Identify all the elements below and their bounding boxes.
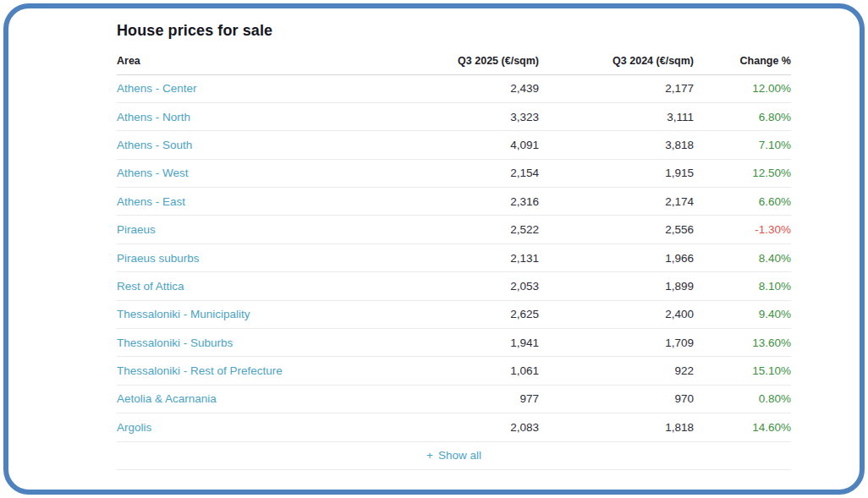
q3-2025-value: 3,323 <box>404 102 539 130</box>
plus-icon: + <box>426 449 433 462</box>
q3-2024-value: 970 <box>539 385 694 413</box>
area-cell: Athens - West <box>117 159 404 187</box>
area-cell: Piraeus <box>117 216 404 244</box>
area-link[interactable]: Thessaloniki - Rest of Prefecture <box>117 364 283 377</box>
q3-2025-value: 1,061 <box>404 357 539 385</box>
q3-2025-value: 2,131 <box>404 244 539 271</box>
q3-2025-value: 1,941 <box>404 329 539 357</box>
area-cell: Athens - Center <box>117 74 404 102</box>
area-cell: Piraeus suburbs <box>117 244 404 271</box>
area-link[interactable]: Thessaloniki - Municipality <box>117 308 250 320</box>
area-link[interactable]: Aetolia & Acarnania <box>117 392 217 405</box>
q3-2024-value: 1,899 <box>539 272 694 300</box>
q3-2024-value: 3,818 <box>539 131 694 159</box>
q3-2025-value: 977 <box>404 385 539 413</box>
q3-2024-value: 2,556 <box>539 216 694 244</box>
area-cell: Athens - North <box>117 102 404 130</box>
area-link[interactable]: Piraeus suburbs <box>117 252 200 265</box>
table-row: Athens - South 4,091 3,818 7.10% <box>117 131 791 159</box>
table-row: Piraeus 2,522 2,556 -1.30% <box>117 216 791 244</box>
q3-2025-value: 2,083 <box>404 413 539 441</box>
show-all-button[interactable]: +Show all <box>426 449 481 462</box>
q3-2025-value: 2,316 <box>404 188 539 216</box>
table-row: Argolis 2,083 1,818 14.60% <box>117 413 791 441</box>
change-value: 12.50% <box>694 159 791 187</box>
q3-2025-value: 2,439 <box>404 74 539 102</box>
area-link[interactable]: Athens - South <box>117 139 192 151</box>
area-cell: Athens - South <box>117 131 404 159</box>
change-value: 7.10% <box>694 131 791 159</box>
q3-2024-value: 2,174 <box>539 188 694 216</box>
page-title: House prices for sale <box>117 21 860 40</box>
q3-2024-value: 1,818 <box>539 413 694 441</box>
column-header-q3-2024: Q3 2024 (€/sqm) <box>539 40 694 74</box>
q3-2025-value: 2,154 <box>404 159 539 187</box>
area-link[interactable]: Athens - East <box>117 195 185 208</box>
area-cell: Aetolia & Acarnania <box>117 385 404 413</box>
q3-2025-value: 4,091 <box>404 131 539 159</box>
q3-2024-value: 1,966 <box>539 244 694 271</box>
change-value: 8.10% <box>694 272 791 300</box>
q3-2024-value: 1,915 <box>539 159 694 187</box>
table-row: Thessaloniki - Rest of Prefecture 1,061 … <box>117 357 791 385</box>
table-row: Athens - Center 2,439 2,177 12.00% <box>117 74 791 102</box>
area-cell: Thessaloniki - Rest of Prefecture <box>117 357 404 385</box>
change-value: -1.30% <box>694 216 791 244</box>
area-link[interactable]: Thessaloniki - Suburbs <box>117 337 233 349</box>
q3-2025-value: 2,053 <box>404 272 539 300</box>
area-cell: Athens - East <box>117 188 404 216</box>
area-cell: Thessaloniki - Suburbs <box>117 329 404 357</box>
change-value: 0.80% <box>694 385 791 413</box>
table-row: Thessaloniki - Suburbs 1,941 1,709 13.60… <box>117 329 791 357</box>
area-cell: Rest of Attica <box>117 272 404 300</box>
q3-2025-value: 2,625 <box>404 300 539 328</box>
change-value: 8.40% <box>694 244 791 271</box>
table-row: Aetolia & Acarnania 977 970 0.80% <box>117 385 791 413</box>
card-content: House prices for sale Area Q3 2025 (€/sq… <box>8 8 860 470</box>
table-row: Piraeus suburbs 2,131 1,966 8.40% <box>117 244 791 271</box>
table-header-row: Area Q3 2025 (€/sqm) Q3 2024 (€/sqm) Cha… <box>117 40 791 74</box>
table-row: Thessaloniki - Municipality 2,625 2,400 … <box>117 300 791 328</box>
q3-2024-value: 2,177 <box>539 74 694 102</box>
q3-2024-value: 922 <box>539 357 694 385</box>
q3-2024-value: 2,400 <box>539 300 694 328</box>
area-link[interactable]: Athens - Center <box>117 82 197 95</box>
q3-2024-value: 3,111 <box>539 102 694 130</box>
area-cell: Argolis <box>117 413 404 441</box>
change-value: 6.60% <box>694 188 791 216</box>
house-prices-card: House prices for sale Area Q3 2025 (€/sq… <box>3 3 865 495</box>
show-all-row: +Show all <box>117 441 791 469</box>
house-prices-table: Area Q3 2025 (€/sqm) Q3 2024 (€/sqm) Cha… <box>117 40 791 470</box>
change-value: 12.00% <box>694 74 791 102</box>
area-link[interactable]: Athens - North <box>117 111 190 123</box>
change-value: 15.10% <box>694 357 791 385</box>
column-header-area: Area <box>117 40 404 74</box>
q3-2025-value: 2,522 <box>404 216 539 244</box>
show-all-label: Show all <box>438 449 481 462</box>
q3-2024-value: 1,709 <box>539 329 694 357</box>
area-link[interactable]: Athens - West <box>117 167 189 179</box>
change-value: 6.80% <box>694 102 791 130</box>
table-row: Athens - West 2,154 1,915 12.50% <box>117 159 791 187</box>
area-link[interactable]: Piraeus <box>117 223 156 236</box>
area-link[interactable]: Rest of Attica <box>117 280 184 293</box>
table-row: Athens - East 2,316 2,174 6.60% <box>117 188 791 216</box>
column-header-change: Change % <box>694 40 791 74</box>
change-value: 13.60% <box>694 329 791 357</box>
column-header-q3-2025: Q3 2025 (€/sqm) <box>404 40 539 74</box>
table-row: Athens - North 3,323 3,111 6.80% <box>117 102 791 130</box>
change-value: 9.40% <box>694 300 791 328</box>
area-cell: Thessaloniki - Municipality <box>117 300 404 328</box>
table-row: Rest of Attica 2,053 1,899 8.10% <box>117 272 791 300</box>
area-link[interactable]: Argolis <box>117 421 151 434</box>
change-value: 14.60% <box>694 413 791 441</box>
